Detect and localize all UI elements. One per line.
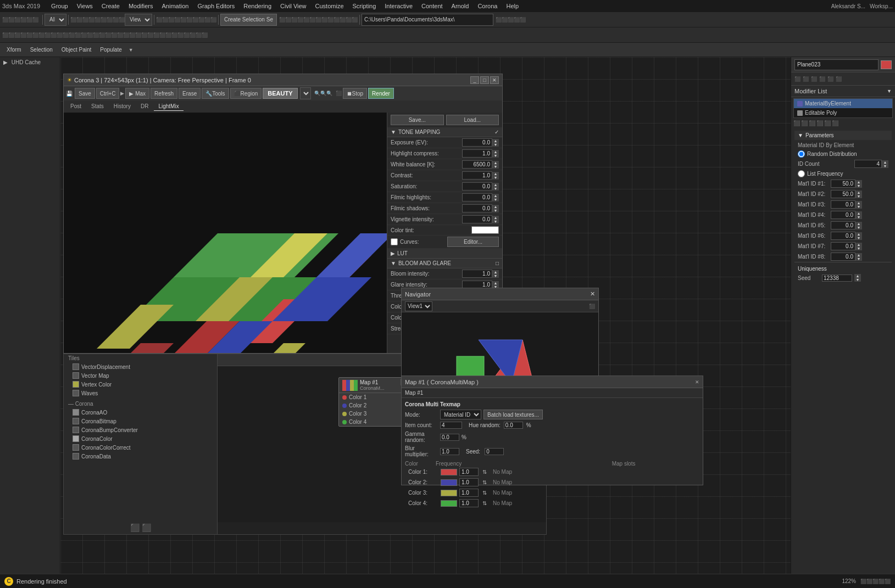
selection-btn[interactable]: Selection [26,46,57,54]
all-dropdown[interactable]: All [45,14,66,26]
tone-fh-down[interactable]: ▼ [492,198,499,201]
corona-colorcorrect-item[interactable]: CoronaColorCorrect [64,443,217,452]
menu-views[interactable]: Views [73,2,97,10]
matid3-up[interactable]: ▲ [855,201,862,205]
corona-maximize-btn[interactable]: □ [480,76,489,84]
create-selection-button[interactable]: Create Selection Se [220,14,277,26]
matid6-input[interactable]: 0.0 [831,232,855,240]
menu-rendering[interactable]: Rendering [239,2,276,10]
menu-interactive[interactable]: Interactive [380,2,417,10]
color2-swatch[interactable] [441,479,457,486]
corona-data-item[interactable]: CoronaData [64,452,217,461]
vertex-color-item[interactable]: Vertex Color [64,380,217,389]
tools-button[interactable]: 🔧 Tools [202,88,229,99]
tone-hl-up[interactable]: ▲ [492,150,499,154]
tone-fs-up[interactable]: ▲ [492,205,499,209]
refresh-button[interactable]: Refresh [151,88,177,99]
object-name-input[interactable]: Plane023 [794,59,879,70]
corona-ao-item[interactable]: CoronaAO [64,408,217,417]
tone-fs-down[interactable]: ▼ [492,209,499,212]
tone-fs-value[interactable]: 0.0 [462,204,492,212]
matid7-down[interactable]: ▼ [855,247,862,250]
map-panel-close-btn[interactable]: ✕ [695,379,699,385]
tone-sat-up[interactable]: ▲ [492,183,499,187]
view-dropdown[interactable]: View [125,14,152,26]
menu-content[interactable]: Content [417,2,447,10]
corona-bump-item[interactable]: CoronaBumpConverter [64,425,217,434]
random-dist-radio[interactable] [798,150,805,158]
vector-map-item[interactable]: Vector Map [64,371,217,380]
erase-button[interactable]: Erase [179,88,201,99]
list-freq-radio[interactable] [798,170,805,177]
tone-hl-down[interactable]: ▼ [492,154,499,158]
vector-displacement-item[interactable]: VectorDisplacement [64,362,217,371]
beauty-button[interactable]: BEAUTY [263,88,297,99]
mod-icon-1[interactable]: ⬛ [794,76,801,82]
matid2-up[interactable]: ▲ [855,191,862,194]
matid8-down[interactable]: ▼ [855,257,862,261]
tone-exposure-up[interactable]: ▲ [492,139,499,143]
tab-lightmix[interactable]: LightMix [154,102,183,111]
tone-wb-up[interactable]: ▲ [492,161,499,165]
matid8-input[interactable]: 0.0 [831,253,855,261]
bloom-int-up[interactable]: ▲ [492,270,499,274]
tab-post[interactable]: Post [66,102,86,111]
modifier-editable-poly[interactable]: Editable Poly [794,108,892,117]
blur-input[interactable] [440,448,459,455]
tone-mapping-header[interactable]: ▼ TONE MAPPING ✓ [387,127,502,137]
menu-arnold[interactable]: Arnold [447,2,474,10]
tone-exposure-value[interactable]: 0.0 [462,138,492,147]
stop-button[interactable]: ⏹ Stop [343,88,368,99]
mod-panel-icon-6[interactable]: ⬛ [832,120,838,126]
matid5-up[interactable]: ▲ [855,222,862,226]
mod-icon-2[interactable]: ⬛ [803,76,809,82]
nav-close-btn[interactable]: ✕ [590,290,595,298]
matid3-input[interactable]: 0.0 [831,200,855,209]
color4-swatch[interactable] [441,500,457,507]
mod-icon-5[interactable]: ⬛ [827,76,833,82]
menu-animation[interactable]: Animation [158,2,193,10]
color2-freq[interactable] [459,478,479,486]
id-count-up[interactable]: ▲ [882,160,888,164]
editor-icon-2[interactable]: ⬛ [142,523,151,532]
bloom-glare-header[interactable]: ▼ BLOOM AND GLARE □ [387,259,502,268]
seed-down[interactable]: ▼ [854,278,861,282]
corona-close-btn[interactable]: ✕ [490,76,499,84]
batch-load-btn[interactable]: Batch load textures... [483,410,543,419]
render-button[interactable]: Render [368,88,394,99]
matid8-up[interactable]: ▲ [855,253,862,257]
object-paint-btn[interactable]: Object Paint [57,46,96,54]
menu-group[interactable]: Group [47,2,73,10]
menu-customize[interactable]: Customize [311,2,348,10]
tone-vig-value[interactable]: 0.0 [462,215,492,223]
tab-stats[interactable]: Stats [87,102,108,111]
menu-scripting[interactable]: Scripting [348,2,381,10]
mod-panel-icon-3[interactable]: ⬛ [809,120,815,126]
tab-dr[interactable]: DR [136,102,153,111]
lut-header[interactable]: ▶ LUT [387,249,502,259]
tone-contrast-value[interactable]: 1.0 [462,171,492,180]
parameters-header[interactable]: ▼ Parameters [794,131,892,140]
color1-freq[interactable] [459,468,479,476]
navigator-view-dropdown[interactable]: View1 [405,301,432,311]
tab-history[interactable]: History [109,102,135,111]
matid7-input[interactable]: 0.0 [831,242,855,250]
hue-input[interactable] [504,422,523,429]
region-button[interactable]: ⬛ Region [230,88,262,99]
color1-swatch[interactable] [441,469,457,475]
menu-civil-view[interactable]: Civil View [276,2,310,10]
object-color-swatch[interactable] [881,60,892,69]
tone-ct-down[interactable]: ▼ [492,176,499,180]
matid1-up[interactable]: ▲ [855,180,862,184]
tone-load-btn[interactable]: Load... [446,115,499,125]
curves-checkbox[interactable] [391,238,398,245]
matid3-down[interactable]: ▼ [855,205,862,209]
bloom-int-down[interactable]: ▼ [492,274,499,278]
id-count-down[interactable]: ▼ [882,164,888,168]
color3-swatch[interactable] [441,490,457,496]
tone-vig-up[interactable]: ▲ [492,216,499,220]
editor-icon-1[interactable]: ⬛ [130,523,140,532]
path-input[interactable]: C:\Users\Panda\Documents\3dsMax\ [362,14,493,26]
matid4-down[interactable]: ▼ [855,215,862,219]
color-tint-swatch[interactable] [471,226,499,234]
